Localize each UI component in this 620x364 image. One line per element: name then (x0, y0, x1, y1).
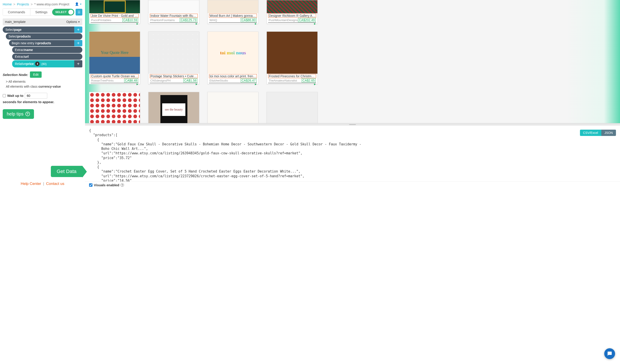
product-shop: PhantomFountains (150, 18, 180, 22)
selection-class-filter[interactable]: All elements with class currency-value (6, 84, 82, 89)
product-thumbnail (208, 92, 258, 123)
template-options[interactable]: Options▼ (66, 20, 80, 24)
product-thumbnail (267, 0, 317, 13)
export-json-button[interactable]: JSON (601, 130, 616, 136)
visuals-label: Visuals enabled (94, 183, 119, 187)
sidebar-tabs: Commands Settings (3, 8, 52, 16)
cmd-begin-entry[interactable]: Begin new entry in products (9, 40, 74, 46)
download-icon: ⬇ (35, 61, 40, 66)
caret-down-icon: ▼ (80, 3, 82, 5)
product-price: CA$26.47 (241, 78, 256, 83)
product-thumbnail (89, 0, 140, 13)
export-csv-button[interactable]: CSV/Excel (580, 130, 601, 136)
product-price: CA$202.49 (298, 18, 316, 22)
template-row[interactable]: main_template Options▼ (3, 18, 82, 25)
product-thumbnail (208, 0, 258, 13)
browser-preview[interactable]: Joie De Vivire Print - Gold and Blac...P… (85, 0, 620, 123)
caret-down-icon: ▼ (78, 21, 80, 23)
product-thumbnail (208, 32, 258, 74)
breadcrumb-projects[interactable]: Projects (17, 2, 29, 6)
wait-checkbox[interactable] (3, 94, 6, 97)
product-price: CA$1.58 (183, 78, 197, 83)
wait-label-pre: Wait up to (7, 94, 23, 98)
help-center-link[interactable]: Help Center (21, 182, 41, 186)
breadcrumb-home[interactable]: Home (3, 2, 12, 6)
product-shop: TheAmateurNaturalist (269, 79, 302, 82)
product-thumbnail (148, 32, 199, 74)
product-card[interactable]: toi moi nous color art print. french...E… (207, 31, 259, 84)
wait-label-post: seconds for elements to appear. (3, 100, 54, 104)
product-shop: RowanTreePrints (91, 79, 124, 82)
product-title: Wood Burn Art | Makers gonna make (209, 14, 257, 18)
product-price: CA$125.73 (180, 18, 197, 22)
product-price: CA$2.65 (302, 78, 316, 83)
product-card[interactable]: Indoor Water Fountain with IllusionPhant… (148, 0, 199, 24)
add-command-button[interactable]: + (74, 40, 82, 46)
hamburger-icon: ☰ (78, 10, 80, 14)
edit-button[interactable]: Edit (30, 72, 42, 78)
product-title: Postage Stamp Stickers • Cute stic... (150, 74, 198, 78)
help-icon: ? (25, 112, 30, 116)
product-card[interactable]: Custom quote Turtle Ocean wall ar...Rowa… (89, 31, 140, 84)
product-card[interactable]: Postage Stamp Stickers • Cute stic...CNS… (148, 31, 199, 84)
product-shop: EttaVeeStudio (209, 79, 241, 82)
template-name: main_template (5, 20, 26, 24)
user-icon: 👤 (75, 2, 79, 6)
add-command-button[interactable]: + (74, 60, 82, 67)
user-menu[interactable]: 👤 ▼ (75, 2, 82, 6)
product-shop: CNSdesignsPH (150, 79, 183, 82)
help-tips-button[interactable]: help tips ? (3, 109, 34, 119)
product-thumbnail (148, 0, 199, 13)
selection-all-elements[interactable]: > All elements (6, 79, 82, 84)
json-output: { "products":[ { "name":"Gold Faux Cow S… (89, 128, 616, 182)
cmd-extract-name[interactable]: Extract name (12, 47, 82, 53)
breadcrumb: Home > Projects > * www.etsy.com Project (3, 2, 82, 6)
plus-icon: + (77, 41, 80, 46)
visuals-checkbox[interactable] (89, 183, 93, 187)
product-card[interactable] (207, 92, 259, 123)
product-title: Joie De Vivire Print - Gold and Blac... (91, 14, 139, 18)
product-price: CA$8.48 (124, 78, 138, 83)
product-thumbnail (89, 32, 140, 74)
hamburger-menu-button[interactable]: ☰ (76, 9, 82, 15)
product-title: Custom quote Turtle Ocean wall ar... (91, 74, 139, 78)
match-count: (80) (41, 62, 46, 66)
select-toggle[interactable]: SELECT (52, 9, 74, 15)
cmd-select-page[interactable]: Select page (3, 27, 74, 33)
product-title: Indoor Water Fountain with Illusion (150, 14, 198, 18)
wait-seconds-input[interactable] (25, 93, 47, 99)
cmd-extract-url[interactable]: Extract url (12, 54, 82, 60)
panel-resize-handle[interactable] (85, 123, 620, 126)
toggle-knob (68, 10, 73, 15)
product-shop: PucciPrintables (91, 18, 122, 22)
product-card[interactable] (267, 92, 318, 123)
product-shop: WAIQ (209, 18, 241, 22)
product-card[interactable] (148, 92, 199, 123)
product-thumbnail (89, 92, 140, 123)
product-shop: PushMountainDesigns (269, 18, 298, 22)
get-data-button[interactable]: Get Data (51, 166, 82, 177)
product-price: CA$86.80 (241, 18, 256, 22)
product-card[interactable]: Joie De Vivire Print - Gold and Blac...P… (89, 0, 140, 24)
tab-commands[interactable]: Commands (3, 9, 30, 15)
tab-settings[interactable]: Settings (30, 9, 52, 15)
help-icon: ? (121, 183, 124, 187)
product-card[interactable]: Designer Richloom R Gallery Ayers...Push… (267, 0, 318, 24)
select-toggle-label: SELECT (55, 11, 67, 14)
product-card[interactable]: Wood Burn Art | Makers gonna makeWAIQCA$… (207, 0, 259, 24)
cmd-relative-price[interactable]: Relative price ⬇ (80) (12, 60, 74, 67)
cmd-select-products[interactable]: Select products (6, 33, 82, 40)
contact-us-link[interactable]: Contact us (46, 182, 64, 186)
product-thumbnail (267, 92, 317, 123)
product-price: CA$10.59 (122, 18, 138, 22)
product-card[interactable]: Frosted Pinecones for Christmas D...TheA… (267, 31, 318, 84)
add-command-button[interactable]: + (74, 27, 82, 33)
product-title: toi moi nous color art print. french... (209, 74, 257, 78)
product-thumbnail (267, 32, 317, 74)
selection-node-label: Selection Node: (3, 73, 28, 77)
product-card[interactable] (89, 92, 140, 123)
plus-icon: + (77, 61, 80, 67)
product-title: Frosted Pinecones for Christmas D... (268, 74, 316, 78)
product-title: Designer Richloom R Gallery Ayers... (268, 14, 316, 18)
plus-icon: + (77, 27, 80, 32)
